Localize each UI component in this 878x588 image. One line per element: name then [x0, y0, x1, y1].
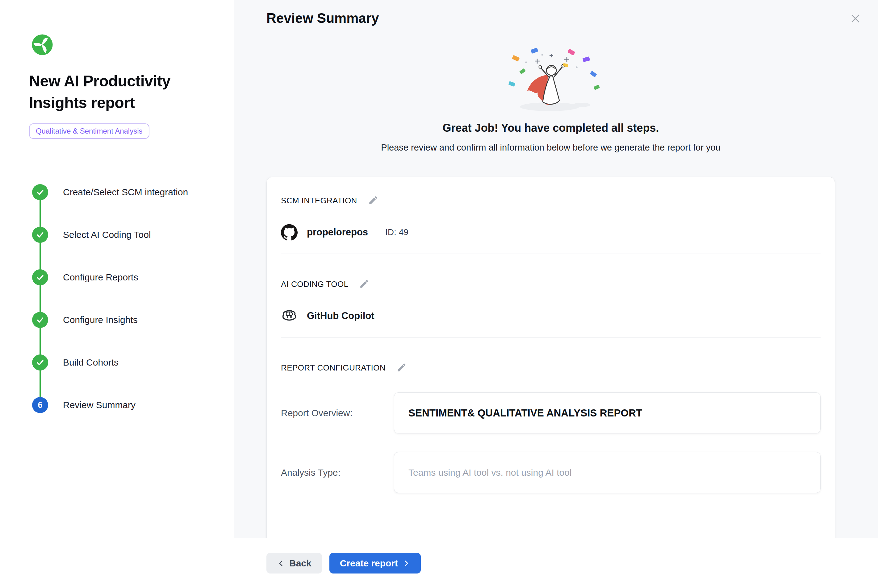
divider	[281, 519, 821, 519]
step-label: Build Cohorts	[63, 357, 119, 368]
create-report-button[interactable]: Create report	[329, 553, 421, 573]
wizard-footer: Back Create report	[234, 538, 878, 588]
step-build-cohorts[interactable]: Build Cohorts	[32, 341, 221, 384]
chevron-left-icon	[277, 559, 285, 567]
page-title: Review Summary	[266, 10, 835, 26]
congrats-title: Great Job! You have completed all steps.	[266, 122, 835, 135]
step-label: Configure Insights	[63, 315, 138, 325]
report-overview-value: SENTIMENT& QUALITATIVE ANALYSIS REPORT	[394, 392, 821, 434]
scm-integration-id: ID: 49	[385, 227, 409, 237]
step-label: Review Summary	[63, 400, 135, 410]
step-review-summary[interactable]: 6 Review Summary	[32, 384, 221, 426]
back-button-label: Back	[289, 558, 311, 568]
step-configure-reports[interactable]: Configure Reports	[32, 256, 221, 298]
step-label: Select AI Coding Tool	[63, 230, 151, 240]
review-summary-content: Review Summary	[234, 0, 878, 538]
scm-section-title: SCM INTEGRATION	[281, 196, 357, 206]
scm-integration-name: propelorepos	[307, 227, 368, 238]
congrats-block: Great Job! You have completed all steps.…	[266, 26, 835, 153]
wizard-sidebar: New AI Productivity Insights report Qual…	[0, 0, 234, 588]
create-report-label: Create report	[340, 558, 398, 568]
step-configure-insights[interactable]: Configure Insights	[32, 298, 221, 341]
step-number-badge: 6	[32, 397, 48, 413]
analysis-type-row: Analysis Type: Teams using AI tool vs. n…	[281, 452, 821, 493]
chevron-right-icon	[402, 559, 410, 567]
propelo-logo-icon	[32, 34, 53, 56]
ai-tool-section-title: AI CODING TOOL	[281, 279, 348, 289]
step-label: Create/Select SCM integration	[63, 187, 188, 198]
report-overview-label: Report Overview:	[281, 408, 394, 418]
step-label: Configure Reports	[63, 272, 138, 283]
check-icon	[32, 269, 48, 285]
divider	[281, 254, 821, 254]
check-icon	[32, 312, 48, 328]
analysis-type-value: Teams using AI tool vs. not using AI too…	[394, 452, 821, 493]
celebration-illustration	[477, 45, 625, 116]
edit-scm-icon[interactable]	[368, 195, 379, 206]
report-config-section-title: REPORT CONFIGURATION	[281, 363, 386, 373]
analysis-type-label: Analysis Type:	[281, 467, 394, 478]
back-button[interactable]: Back	[266, 553, 322, 573]
step-scm-integration[interactable]: Create/Select SCM integration	[32, 171, 221, 213]
close-icon[interactable]	[848, 12, 863, 26]
summary-card: SCM INTEGRATION propelorepos ID: 49 AI C…	[266, 177, 835, 538]
check-icon	[32, 184, 48, 200]
copilot-icon	[281, 308, 298, 324]
edit-ai-tool-icon[interactable]	[359, 279, 370, 290]
divider	[281, 337, 821, 338]
report-overview-row: Report Overview: SENTIMENT& QUALITATIVE …	[281, 392, 821, 434]
report-title: New AI Productivity Insights report	[29, 70, 202, 114]
github-icon	[281, 224, 298, 241]
main-panel: Review Summary	[234, 0, 878, 588]
ai-tool-name: GitHub Copilot	[307, 310, 374, 321]
check-icon	[32, 227, 48, 243]
step-ai-coding-tool[interactable]: Select AI Coding Tool	[32, 213, 221, 256]
analysis-type-badge: Qualitative & Sentiment Analysis	[29, 123, 149, 139]
check-icon	[32, 354, 48, 370]
edit-report-config-icon[interactable]	[396, 362, 407, 373]
congrats-subtitle: Please review and confirm all informatio…	[266, 142, 835, 153]
wizard-stepper: Create/Select SCM integration Select AI …	[32, 171, 221, 426]
